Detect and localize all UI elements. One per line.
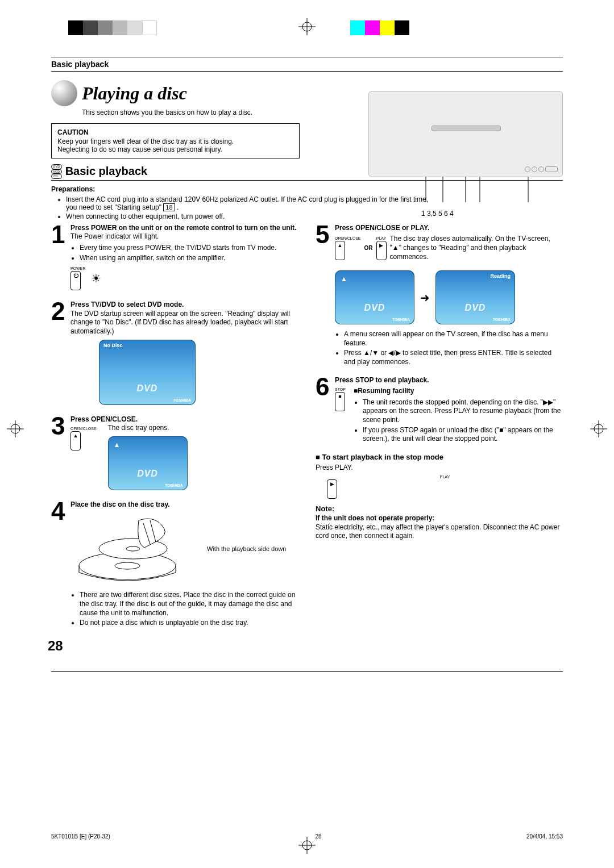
step-4-bullet-2: Do not place a disc which is unplayable … [80, 619, 298, 628]
power-button-label: POWER [70, 266, 85, 271]
dvd-badge: DVD [51, 164, 62, 169]
or-label: OR [364, 244, 373, 252]
registration-mark-icon [7, 420, 24, 437]
resuming-facility-heading: ■Resuming facility [354, 387, 563, 396]
print-footer: 5KT0101B [E] (P28-32) 28 20/4/04, 15:53 [51, 833, 563, 840]
tv-screen-reading: Reading DVD TOSHIBA [435, 270, 515, 324]
step-1-bullet-2: When using an amplifier, switch on the a… [80, 254, 296, 263]
step-3-heading: Press OPEN/CLOSE. [70, 415, 138, 423]
arrow-right-icon: ➜ [420, 290, 430, 305]
page-title: Playing a disc [82, 83, 187, 104]
play-button-icon: ▶ [376, 241, 387, 260]
prep-bullet-2: When connecting to other equipment, turn… [66, 212, 563, 220]
start-playback-heading: ■ To start playback in the stop mode [316, 453, 563, 462]
step-4-heading: Place the disc on the disc tray. [70, 500, 170, 508]
note-body: Static electricity, etc., may affect the… [316, 523, 563, 541]
light-indicator-icon: ☀ [91, 271, 101, 286]
step-1: 1 Press POWER on the unit or on the remo… [51, 224, 298, 294]
footer-right: 20/4/04, 15:53 [526, 833, 563, 840]
open-close-button-icon: ▲ [335, 241, 345, 260]
vcd-badge: VCD [51, 169, 62, 174]
caution-line-1: Keep your fingers well clear of the disc… [57, 137, 293, 145]
caution-box: CAUTION Keep your fingers well clear of … [51, 123, 300, 158]
registration-mark-icon [590, 420, 607, 437]
step-5: 5 Press OPEN/CLOSE or PLAY. OPEN/CLOSE ▲… [316, 224, 563, 369]
caution-line-2: Neglecting to do so may cause serious pe… [57, 145, 293, 153]
step-4-bullet-1: There are two different disc sizes. Plac… [80, 591, 298, 617]
step-number: 1 [51, 224, 67, 294]
step-5-bullet-2: Press ▲/▼ or ◀/▶ to select title, then p… [344, 349, 563, 366]
step-6-bullet-2: If you press STOP again or unload the di… [363, 426, 563, 444]
stop-button-icon: ■ [335, 392, 345, 411]
note-subheading: If the unit does not operate properly: [316, 514, 563, 523]
footer-left: 5KT0101B [E] (P28-32) [51, 833, 110, 840]
step-4: 4 Place the disc on the disc tray. [51, 500, 298, 630]
disc-tray-illustration [70, 509, 201, 589]
step-5-heading: Press OPEN/CLOSE or PLAY. [335, 224, 429, 232]
step-1-bullet-1: Every time you press POWER, the TV/DVD s… [80, 244, 296, 253]
device-illustration: 1 3,5 5 6 4 [368, 91, 563, 177]
media-icons: DVD VCD CD [51, 164, 62, 179]
step-3: 3 Press OPEN/CLOSE. OPEN/CLOSE ▲ The dis… [51, 415, 298, 494]
play-button-icon: ▶ [327, 479, 337, 499]
step-6-bullet-1: The unit records the stopped point, depe… [363, 398, 563, 425]
tv-screen-no-disc: No Disc DVD TOSHIBA [99, 340, 196, 405]
registration-mark-icon [298, 18, 316, 35]
cd-badge: CD [51, 174, 62, 179]
step-5-bullet-1: A menu screen will appear on the TV scre… [344, 330, 563, 348]
step-2-heading: Press TV/DVD to select DVD mode. [70, 301, 184, 308]
step-1-heading: Press POWER on the unit or on the remote… [70, 224, 296, 232]
device-reference-labels: 1 3,5 5 6 4 [421, 210, 454, 218]
svg-point-18 [115, 562, 140, 569]
page-number: 28 [48, 637, 295, 654]
note-heading: Note: [316, 504, 563, 514]
svg-point-19 [99, 539, 167, 559]
running-header: Basic playback [51, 57, 563, 72]
title-ball-icon [51, 80, 77, 106]
step-2: 2 Press TV/DVD to select DVD mode. The D… [51, 301, 298, 408]
caution-heading: CAUTION [57, 128, 293, 136]
footer-rule [51, 671, 563, 672]
open-close-button-icon: ▲ [70, 431, 81, 450]
header-label: Basic playback [51, 60, 109, 69]
page-ref-18: 18 [163, 203, 175, 211]
footer-center: 28 [315, 833, 321, 840]
step-6-heading: Press STOP to end playback. [335, 376, 429, 384]
tv-screen-eject: ▲ DVD TOSHIBA [108, 436, 188, 490]
tv-screen-eject-2: ▲ DVD TOSHIBA [335, 270, 414, 324]
step-6: 6 Press STOP to end playback. STOP ■ ■Re… [316, 376, 563, 446]
section-heading: Basic playback [65, 165, 148, 178]
power-button-icon: ⏻ [70, 271, 81, 290]
step-4-caption: With the playback side down [207, 545, 286, 553]
